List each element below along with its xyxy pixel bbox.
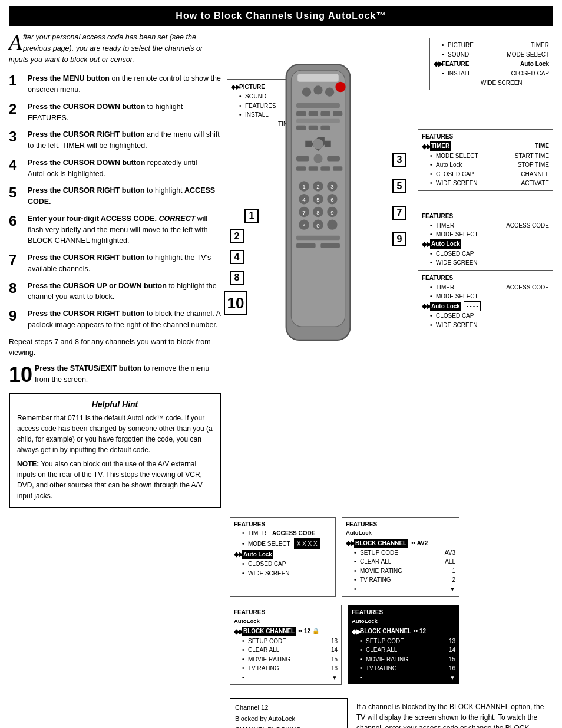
step-num-8: 8 xyxy=(9,281,28,296)
menu2-label-install: INSTALL xyxy=(448,69,471,78)
svg-text:*: * xyxy=(303,222,305,229)
blocked-info-text: If a channel is blocked by the BLOCK CHA… xyxy=(356,698,553,728)
alcm-blockchannel-label: BLOCK CHANNEL xyxy=(354,539,408,548)
clm2-movierating-label: MOVIE RATING xyxy=(366,655,408,664)
clm1-movierating: • MOVIE RATING 15 xyxy=(234,655,338,664)
bullet2-picture: • xyxy=(442,41,448,50)
fm2-mode-label: MODE SELECT xyxy=(436,230,478,239)
fm1-activate: ACTIVATE xyxy=(521,179,549,188)
clm1-tvrating: • TV RATING 16 xyxy=(234,664,338,673)
step-7: 7 Press the CURSOR RIGHT button to highl… xyxy=(9,252,221,275)
alcm-all: ALL xyxy=(445,557,455,566)
step-8: 8 Press the CURSOR UP or DOWN button to … xyxy=(9,281,221,303)
clm1-ch12: •• 12 🔒 xyxy=(298,627,319,636)
step-text-6: Enter your four-digit ACCESS CODE. CORRE… xyxy=(28,213,221,246)
clm1-movierating-label: MOVIE RATING xyxy=(248,655,290,664)
svg-text:1: 1 xyxy=(302,183,305,190)
svg-text:4: 4 xyxy=(302,196,306,203)
main-menu-2: • PICTURE TIMER • SOUND MODE SELECT ◆▶ F… xyxy=(429,38,553,90)
cursor-acm: ◆▶ xyxy=(234,549,242,559)
svg-rect-2 xyxy=(297,74,339,82)
acm-timer-label: TIMER xyxy=(248,529,266,538)
fm3-timer: • TIMER ACCESS CODE xyxy=(422,283,549,292)
hint-paragraph-2: NOTE: You also can block out the use of … xyxy=(17,459,213,501)
alcm-tvrating: • TV RATING 2 xyxy=(346,575,455,585)
fm3-closedcap-label: CLOSED CAP xyxy=(436,311,474,321)
hint-title: Helpful Hint xyxy=(17,400,213,409)
step-num-10: 10 xyxy=(9,363,35,387)
bottom-left-spacer xyxy=(9,517,221,728)
fm2-widescreen-label: WIDE SCREEN xyxy=(436,258,478,268)
right-column: ◆▶ PICTURE BRIGHTNESS • SOUND COLOR • FE… xyxy=(227,32,553,508)
step-text-7: Press the CURSOR RIGHT button to highlig… xyxy=(28,252,221,275)
acm-closedcap: • CLOSED CAP xyxy=(234,559,332,569)
cursor-fm1-timer: ◆▶ xyxy=(422,141,430,151)
clm1-ch16: 16 xyxy=(331,664,338,673)
clm2-ch12: •• 12 xyxy=(414,627,426,636)
step-text-2: Press the CURSOR DOWN button to highligh… xyxy=(28,101,221,124)
clm1-ch14: 14 xyxy=(331,645,338,655)
fm1-timer-label: TIMER xyxy=(430,141,451,151)
svg-point-17 xyxy=(313,139,323,149)
step-text-10: Press the STATUS/EXIT button to remove t… xyxy=(35,363,221,386)
fm1-title: FEATURES xyxy=(422,132,549,141)
alcm-movierating: • MOVIE RATING 1 xyxy=(346,566,455,576)
menu2-row-sound: • SOUND MODE SELECT xyxy=(434,50,549,60)
svg-text:5: 5 xyxy=(316,196,320,203)
fm2-closedcap-label: CLOSED CAP xyxy=(436,249,474,259)
intro-body: fter your personal access code has been … xyxy=(9,33,203,64)
acm-accessval: X X X X xyxy=(294,538,320,550)
alcm-tvrating-label: TV RATING xyxy=(360,575,391,585)
clm2-tvrating: • TV RATING 16 xyxy=(352,664,455,673)
fm1-timer: ◆▶ TIMER TIME xyxy=(422,141,549,151)
alcm-av3: AV3 xyxy=(445,548,455,558)
steps-list: 1 Press the MENU button on the remote co… xyxy=(9,73,221,330)
alcm-2: 2 xyxy=(452,575,455,585)
blocked-ch-line1: Channel 12 xyxy=(235,702,342,713)
alcm-down: ▼ xyxy=(449,585,455,594)
blocked-ch-line2: Blocked by AutoLock xyxy=(235,713,342,724)
clm1-down: ▼ xyxy=(332,673,338,683)
svg-rect-21 xyxy=(296,166,306,171)
menu2-val-autolock: Auto Lock xyxy=(520,60,549,69)
bullet-install: • xyxy=(239,110,245,120)
cursor-fm2-autolock: ◆▶ xyxy=(422,239,430,249)
clm1-ch13: 13 xyxy=(331,637,338,646)
clm1-setupcode: • SETUP CODE 13 xyxy=(234,637,338,646)
clm1-title: FEATURES xyxy=(234,608,338,617)
step-num-5: 5 xyxy=(9,185,28,200)
clm2-title: FEATURES xyxy=(352,608,455,617)
channel-list-menu-2: FEATURES AutoLock ◆▶ BLOCK CHANNEL •• 12… xyxy=(348,605,459,685)
acm-mode-label: MODE SELECT xyxy=(248,539,290,549)
acm-widescreen: • WIDE SCREEN xyxy=(234,569,332,578)
svg-rect-24 xyxy=(333,166,342,171)
step-num-2: 2 xyxy=(9,101,28,117)
acm-closedcap-label: CLOSED CAP xyxy=(248,559,286,569)
svg-text:·: · xyxy=(332,222,333,229)
access-code-menu: FEATURES • TIMER ACCESS CODE • MODE SELE… xyxy=(230,517,336,597)
step-overlay-5: 5 xyxy=(392,179,406,193)
alcm-clearall-label: CLEAR ALL xyxy=(360,557,391,566)
acm-autolock-label: Auto Lock xyxy=(242,550,273,559)
step-1: 1 Press the MENU button on the remote co… xyxy=(9,73,221,95)
svg-text:7: 7 xyxy=(302,209,305,216)
svg-text:0: 0 xyxy=(316,222,320,229)
bullet2-sound: • xyxy=(442,50,448,60)
menu2-row-feature-sel: ◆▶ FEATURE Auto Lock xyxy=(434,59,549,69)
svg-point-19 xyxy=(313,154,322,163)
repeat-note: Repeat steps 7 and 8 for any channels yo… xyxy=(9,337,221,359)
page-title: How to Block Channels Using AutoLock™ xyxy=(9,6,553,26)
svg-point-3 xyxy=(302,88,311,97)
acm-widescreen-label: WIDE SCREEN xyxy=(248,569,290,578)
clm1-setupcode-label: SETUP CODE xyxy=(248,637,286,646)
features-menu-1: FEATURES ◆▶ TIMER TIME • MODE SELECT STA… xyxy=(418,129,553,191)
features-menu-2: FEATURES • TIMER ACCESS CODE • MODE SELE… xyxy=(418,209,553,271)
fm2-dashes: ---- xyxy=(541,230,549,239)
fm1-autolock-label: Auto Lock xyxy=(436,160,462,170)
fm3-autolock: ◆▶ Auto Lock - - - - xyxy=(422,301,549,312)
fm1-widescreen-label: WIDE SCREEN xyxy=(436,179,478,188)
step-overlay-10: 10 xyxy=(224,291,247,315)
alcm-blockchannel: ◆▶ BLOCK CHANNEL •• AV2 xyxy=(346,538,455,548)
left-column: After your personal access code has been… xyxy=(9,32,221,508)
acm-timer: • TIMER ACCESS CODE xyxy=(234,529,332,538)
